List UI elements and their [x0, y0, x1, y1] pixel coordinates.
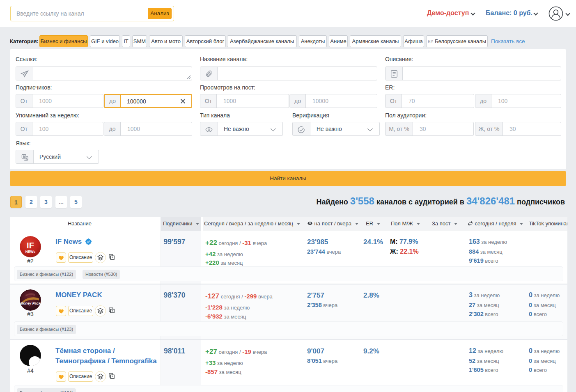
svg-text:Money Pack: Money Pack [20, 301, 41, 305]
svg-text:IF: IF [27, 241, 34, 250]
svg-text:NEWs: NEWs [25, 250, 36, 254]
